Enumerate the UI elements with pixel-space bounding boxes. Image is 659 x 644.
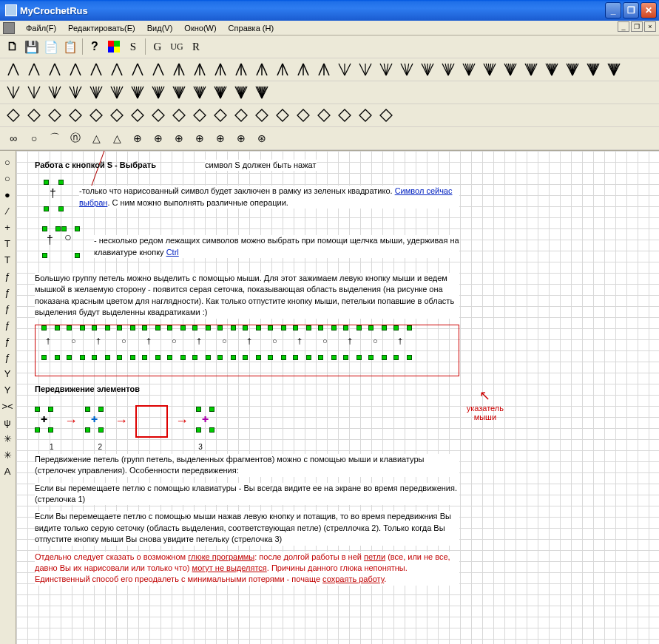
help-button[interactable]: ? [85,37,104,56]
left-tool-button[interactable]: Y [0,365,15,382]
stitch-symbol[interactable] [210,60,231,79]
left-tool-button[interactable]: T [0,235,15,251]
stitch-symbol[interactable] [417,60,438,79]
menu-file[interactable]: Файл(F) [21,23,61,33]
stitch-symbol[interactable] [44,60,65,79]
left-tool-button[interactable]: ƒ [0,268,15,284]
left-tool-button[interactable]: T [0,251,15,268]
stitch-symbol[interactable] [314,106,334,125]
canvas[interactable]: Работа с кнопкой S - Выбрать символ S до… [16,151,659,644]
stitch-symbol[interactable]: ⊛ [251,129,272,148]
stitch-symbol[interactable] [396,60,417,79]
stitch-symbol[interactable]: ⊕ [231,129,251,148]
ungroup-button[interactable]: UG [167,37,186,56]
stitch-symbol[interactable] [148,106,169,125]
save-button[interactable]: 💾 [22,37,41,56]
stitch-symbol[interactable] [44,83,65,102]
left-tool-button[interactable]: ✳ [0,430,15,447]
stitch-symbol[interactable] [272,106,293,125]
stitch-symbol[interactable]: ⊕ [169,129,189,148]
stitch-symbol[interactable] [24,106,44,125]
new-file-button[interactable]: 🗋 [3,37,22,56]
stitch-symbol[interactable] [24,60,44,79]
stitch-symbol[interactable] [459,60,479,79]
stitch-symbol[interactable] [169,83,189,102]
stitch-symbol[interactable] [293,106,314,125]
stitch-symbol[interactable] [189,106,210,125]
stitch-symbol[interactable] [189,60,210,79]
stitch-symbol[interactable] [251,106,272,125]
stitch-symbol[interactable] [3,60,24,79]
stitch-symbol[interactable] [541,60,562,79]
stitch-symbol[interactable] [376,60,396,79]
stitch-symbol[interactable] [521,60,541,79]
stitch-symbol[interactable] [251,83,272,102]
left-tool-button[interactable]: Y [0,382,15,398]
stitch-symbol[interactable] [169,106,189,125]
stitch-symbol[interactable] [500,60,521,79]
stitch-symbol[interactable] [3,83,24,102]
stitch-symbol[interactable] [355,60,376,79]
stitch-symbol[interactable] [148,83,169,102]
left-tool-button[interactable]: ƒ [0,316,15,333]
left-tool-button[interactable]: ƒ [0,300,15,316]
left-tool-button[interactable]: ƒ [0,333,15,349]
stitch-symbol[interactable] [3,106,24,125]
left-tool-button[interactable]: ƒ [0,284,15,300]
stitch-symbol[interactable] [169,60,189,79]
left-tool-button[interactable]: ● [0,186,15,203]
stitch-symbol[interactable] [210,106,231,125]
stitch-symbol[interactable]: ○ [24,129,44,148]
select-mode-button[interactable]: S [124,37,143,56]
stitch-symbol[interactable] [231,83,251,102]
stitch-symbol[interactable] [65,83,86,102]
stitch-symbol[interactable] [293,60,314,79]
paste-button[interactable]: 📋 [61,37,80,56]
stitch-symbol[interactable]: △ [86,129,107,148]
stitch-symbol[interactable] [272,60,293,79]
stitch-symbol[interactable] [189,83,210,102]
left-tool-button[interactable]: ○ [0,170,15,186]
left-tool-button[interactable]: + [0,219,15,235]
maximize-button[interactable]: ❐ [623,2,639,18]
stitch-symbol[interactable] [210,83,231,102]
stitch-symbol[interactable] [438,60,459,79]
color-palette-button[interactable] [104,37,124,56]
left-tool-button[interactable]: ∕ [0,203,15,219]
mdi-restore-button[interactable]: ❐ [631,21,643,32]
left-tool-button[interactable]: ○ [0,154,15,170]
stitch-symbol[interactable] [127,83,148,102]
minimize-button[interactable]: _ [605,2,621,18]
stitch-symbol[interactable]: △ [107,129,127,148]
stitch-symbol[interactable] [65,60,86,79]
menu-edit[interactable]: Редактировать(E) [63,23,141,33]
left-tool-button[interactable]: ψ [0,414,15,430]
stitch-symbol[interactable] [231,60,251,79]
stitch-symbol[interactable] [44,106,65,125]
stitch-symbol[interactable] [604,60,624,79]
stitch-symbol[interactable]: ⌒ [44,129,65,148]
stitch-symbol[interactable] [107,83,127,102]
stitch-symbol[interactable] [107,106,127,125]
stitch-symbol[interactable]: ⊕ [127,129,148,148]
stitch-symbol[interactable] [376,106,396,125]
mdi-minimize-button[interactable]: _ [618,21,629,32]
stitch-symbol[interactable] [479,60,500,79]
group-button[interactable]: G [148,37,167,56]
stitch-symbol[interactable] [251,60,272,79]
copy-button[interactable]: 📄 [41,37,61,56]
stitch-symbol[interactable]: ⊕ [189,129,210,148]
left-tool-button[interactable]: A [0,463,15,479]
stitch-symbol[interactable] [334,106,355,125]
stitch-symbol[interactable] [583,60,604,79]
stitch-symbol[interactable] [314,60,334,79]
menu-window[interactable]: Окно(W) [179,23,221,33]
stitch-symbol[interactable] [148,60,169,79]
stitch-symbol[interactable] [86,106,107,125]
stitch-symbol[interactable]: ⓝ [65,129,86,148]
stitch-symbol[interactable] [24,83,44,102]
mdi-close-button[interactable]: × [644,21,656,32]
menu-help[interactable]: Справка (H) [223,23,279,33]
stitch-symbol[interactable] [65,106,86,125]
left-tool-button[interactable]: >< [0,398,15,414]
